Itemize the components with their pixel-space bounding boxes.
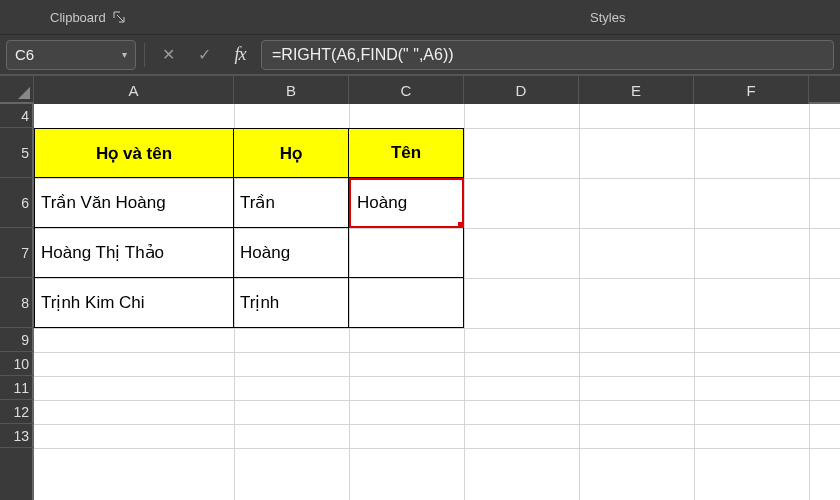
column-header-B[interactable]: B — [234, 76, 349, 104]
name-box-value: C6 — [15, 46, 34, 63]
cell-A8[interactable]: Trịnh Kim Chi — [34, 278, 234, 328]
formula-input[interactable]: =RIGHT(A6,FIND(" ",A6)) — [261, 40, 834, 70]
spreadsheet-area: ABCDEF 45678910111213 Họ và tênHọTênTrần… — [0, 76, 840, 500]
cell-B7[interactable]: Hoàng — [234, 228, 349, 278]
header-cell-fullname[interactable]: Họ và tên — [34, 128, 234, 178]
row-headers: 45678910111213 — [0, 104, 34, 500]
cell-C8[interactable] — [349, 278, 464, 328]
ribbon-group-labels: Clipboard Styles — [0, 0, 840, 34]
ribbon-group-styles: Styles — [580, 10, 635, 25]
formula-text: =RIGHT(A6,FIND(" ",A6)) — [272, 46, 454, 64]
formula-bar: C6 ▾ ✕ ✓ fx =RIGHT(A6,FIND(" ",A6)) — [0, 34, 840, 76]
cell-grid[interactable]: Họ và tênHọTênTrần Văn HoàngTrầnHoàngHoà… — [34, 104, 840, 500]
column-headers: ABCDEF — [34, 76, 840, 104]
cancel-button[interactable]: ✕ — [153, 40, 183, 70]
clipboard-launcher-icon[interactable] — [112, 10, 126, 24]
header-cell-firstname[interactable]: Tên — [349, 128, 464, 178]
styles-label: Styles — [590, 10, 625, 25]
row-header-4[interactable]: 4 — [0, 104, 34, 128]
cell-C6[interactable]: Hoàng — [349, 178, 464, 228]
column-header-E[interactable]: E — [579, 76, 694, 104]
column-header-A[interactable]: A — [34, 76, 234, 104]
cell-B6[interactable]: Trần — [234, 178, 349, 228]
cell-A6[interactable]: Trần Văn Hoàng — [34, 178, 234, 228]
row-header-9[interactable]: 9 — [0, 328, 34, 352]
row-header-12[interactable]: 12 — [0, 400, 34, 424]
row-header-5[interactable]: 5 — [0, 128, 34, 178]
row-header-13[interactable]: 13 — [0, 424, 34, 448]
row-header-10[interactable]: 10 — [0, 352, 34, 376]
cell-A7[interactable]: Hoàng Thị Thảo — [34, 228, 234, 278]
fill-handle[interactable] — [458, 222, 464, 228]
cell-B8[interactable]: Trịnh — [234, 278, 349, 328]
row-header-11[interactable]: 11 — [0, 376, 34, 400]
row-header-8[interactable]: 8 — [0, 278, 34, 328]
row-header-7[interactable]: 7 — [0, 228, 34, 278]
fx-icon[interactable]: fx — [225, 40, 255, 70]
enter-button[interactable]: ✓ — [189, 40, 219, 70]
column-header-D[interactable]: D — [464, 76, 579, 104]
row-header-6[interactable]: 6 — [0, 178, 34, 228]
separator — [144, 43, 145, 67]
clipboard-label: Clipboard — [50, 10, 106, 25]
cell-C7[interactable] — [349, 228, 464, 278]
header-cell-lastname[interactable]: Họ — [234, 128, 349, 178]
chevron-down-icon: ▾ — [122, 49, 127, 60]
ribbon-group-clipboard: Clipboard — [40, 10, 136, 25]
column-header-C[interactable]: C — [349, 76, 464, 104]
column-header-F[interactable]: F — [694, 76, 809, 104]
name-box[interactable]: C6 ▾ — [6, 40, 136, 70]
select-all-corner[interactable] — [0, 76, 34, 104]
